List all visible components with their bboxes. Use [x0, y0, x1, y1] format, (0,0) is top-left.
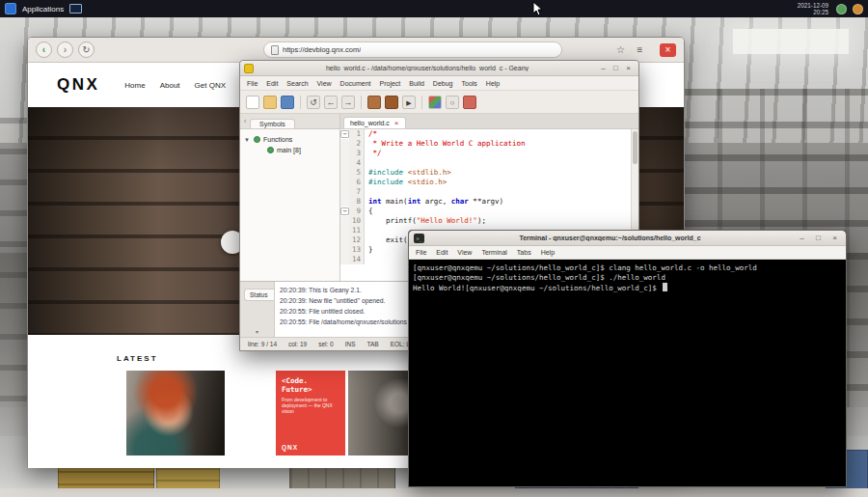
terminal-line: Hello World![qnxuser@qnxqemu ~/solutions…	[413, 283, 842, 293]
nav-item-about[interactable]: About	[160, 81, 180, 90]
color-chooser-icon[interactable]	[428, 96, 442, 109]
wallpaper-light	[733, 29, 849, 54]
terminal-menu-edit[interactable]: Edit	[436, 249, 448, 256]
terminal-screen[interactable]: [qnxuser@qnxqemu ~/solutions/hello_world…	[409, 260, 846, 486]
browser-forward-button[interactable]: ›	[57, 41, 73, 58]
nav-item-home[interactable]: Home	[124, 81, 145, 90]
nav-item-get-qnx[interactable]: Get QNX	[195, 81, 226, 90]
terminal-menu-tabs[interactable]: Tabs	[517, 249, 531, 256]
save-file-icon[interactable]	[281, 96, 294, 109]
code-line: 10 printf("Hello World!");	[340, 216, 638, 226]
code-text	[365, 187, 368, 197]
window-list-icon[interactable]	[69, 4, 82, 14]
geany-sidebar: ‹ Symbols ▼Functionsmain [8]	[240, 114, 340, 281]
browser-url-bar[interactable]: https://devblog.qnx.com/	[263, 41, 562, 58]
terminal-close-button[interactable]: ×	[828, 232, 841, 244]
line-number: 2	[349, 139, 365, 149]
card-brand: QNX	[282, 444, 340, 451]
toolbar-separator	[361, 96, 362, 109]
build-icon[interactable]	[385, 96, 398, 109]
card-title-line2: Future>	[282, 385, 312, 394]
bookmark-star-icon[interactable]: ☆	[613, 44, 628, 55]
browser-menu-icon[interactable]: ≡	[633, 44, 647, 55]
geany-menu-debug[interactable]: Debug	[433, 80, 453, 87]
geany-menu-file[interactable]: File	[247, 80, 258, 87]
browser-close-button[interactable]: ×	[660, 43, 676, 57]
open-file-icon[interactable]	[263, 96, 277, 109]
line-number: 1	[349, 129, 365, 139]
fold-marker	[340, 226, 349, 235]
wallpaper-floor	[0, 488, 868, 497]
sidebar-tab-symbols[interactable]: Symbols	[250, 119, 295, 128]
editor-tab-hello-world-c[interactable]: hello_world.c ×	[343, 117, 406, 128]
terminal-menu-view[interactable]: View	[457, 249, 472, 256]
line-number: 8	[349, 197, 365, 207]
code-text: /*	[365, 129, 377, 139]
terminal-menu-help[interactable]: Help	[541, 249, 555, 256]
geany-app-icon	[244, 64, 254, 73]
geany-menu-tools[interactable]: Tools	[462, 80, 477, 87]
goto-line-icon[interactable]	[463, 96, 476, 109]
taskbar-clock[interactable]: 2021-12-09 20:25	[798, 2, 828, 15]
editor-scrollbar-thumb[interactable]	[633, 131, 637, 164]
browser-back-button[interactable]: ‹	[36, 41, 52, 58]
session-button[interactable]	[836, 4, 847, 14]
sidebar-scroll-left-icon[interactable]: ‹	[240, 114, 250, 128]
messages-dropdown-icon[interactable]: ▾	[240, 328, 274, 337]
fold-marker	[340, 255, 349, 264]
geany-titlebar[interactable]: hello_world.c - /data/home/qnxuser/solut…	[240, 61, 638, 76]
article-card-photo[interactable]	[126, 371, 225, 456]
symbol-label: Functions	[263, 136, 292, 143]
terminal-maximize-button[interactable]: □	[812, 232, 825, 244]
navigate-forward-icon[interactable]	[341, 96, 355, 109]
navigate-back-icon[interactable]	[324, 96, 338, 109]
geany-menu-view[interactable]: View	[317, 80, 332, 87]
find-icon[interactable]	[446, 96, 459, 109]
fold-marker[interactable]: −	[340, 207, 349, 215]
new-file-icon[interactable]	[246, 96, 259, 109]
code-line: 3 */	[340, 149, 638, 158]
geany-menu-document[interactable]: Document	[340, 80, 371, 87]
terminal-window: >_ Terminal - qnxuser@qnxqemu:~/solution…	[408, 230, 847, 487]
fold-marker	[340, 178, 349, 187]
symbol-functions[interactable]: ▼Functions	[244, 134, 336, 145]
terminal-menu-terminal[interactable]: Terminal	[481, 249, 506, 256]
geany-maximize-button[interactable]: □	[610, 62, 622, 74]
applications-menu-icon[interactable]	[5, 3, 16, 14]
geany-menu-help[interactable]: Help	[486, 80, 500, 87]
geany-close-button[interactable]: ×	[622, 62, 635, 74]
code-line: 5#include <stdlib.h>	[340, 168, 638, 178]
code-line: 4	[340, 158, 638, 168]
revert-icon[interactable]	[307, 96, 320, 109]
qnx-logo[interactable]: QNX	[57, 75, 99, 95]
code-text: #include <stdio.h>	[365, 178, 447, 187]
geany-menu-project[interactable]: Project	[379, 80, 400, 87]
fold-marker	[340, 197, 349, 207]
geany-menu-search[interactable]: Search	[286, 80, 308, 87]
symbols-tree: ▼Functionsmain [8]	[240, 129, 339, 160]
line-number: 12	[349, 235, 365, 245]
fold-marker	[340, 216, 349, 226]
code-text: }	[365, 245, 373, 255]
mouse-cursor	[532, 1, 544, 16]
terminal-titlebar[interactable]: >_ Terminal - qnxuser@qnxqemu:~/solution…	[409, 231, 846, 246]
line-number: 10	[349, 216, 365, 226]
geany-menu-build[interactable]: Build	[409, 80, 424, 87]
terminal-menubar: FileEditViewTerminalTabsHelp	[409, 246, 846, 260]
geany-minimize-button[interactable]: –	[597, 62, 610, 74]
tab-close-icon[interactable]: ×	[394, 119, 399, 127]
code-text	[365, 158, 368, 168]
taskbar: Applications 2021-12-09 20:25	[0, 0, 868, 17]
fold-marker[interactable]: −	[340, 130, 349, 138]
messages-tab-status[interactable]: Status	[244, 289, 274, 301]
applications-menu[interactable]: Applications	[22, 5, 64, 14]
compile-icon[interactable]	[367, 96, 381, 109]
browser-reload-button[interactable]: ↻	[78, 41, 95, 58]
power-button[interactable]	[853, 4, 863, 14]
article-card-code-future[interactable]: <Code. Future> From development to deplo…	[276, 371, 345, 456]
terminal-menu-file[interactable]: File	[416, 249, 426, 256]
symbol-main-8[interactable]: main [8]	[244, 145, 336, 155]
geany-menu-edit[interactable]: Edit	[266, 80, 278, 87]
execute-icon[interactable]	[402, 96, 416, 109]
terminal-minimize-button[interactable]: –	[796, 232, 808, 244]
